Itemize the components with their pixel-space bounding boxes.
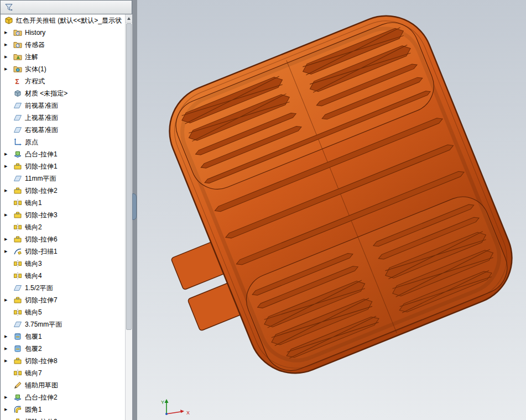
panel-splitter[interactable] <box>132 0 137 420</box>
tree-item[interactable]: ▶包覆2 <box>1 343 125 355</box>
tree-item-label: 切除-拉伸3 <box>25 211 58 220</box>
orientation-triad: Y X <box>157 396 197 420</box>
cut-extrude-icon <box>13 162 22 171</box>
tree-item[interactable]: 原点 <box>1 136 125 148</box>
annotations-icon: A <box>13 53 22 61</box>
tree-item[interactable]: ▶切除-拉伸9 <box>1 416 125 420</box>
expand-arrow-icon[interactable]: ▶ <box>4 185 11 197</box>
sensors-icon <box>13 40 22 49</box>
expand-arrow-icon[interactable]: ▶ <box>4 160 11 172</box>
tree-item[interactable]: ▶切除-拉伸7 <box>1 294 125 306</box>
triad-y-arrow-icon <box>165 399 169 403</box>
tree-item[interactable]: 镜向1 <box>1 197 125 209</box>
tree-item[interactable]: ▶切除-拉伸1 <box>1 160 125 172</box>
expand-arrow-icon[interactable]: ▶ <box>4 403 11 416</box>
tree-item-label: 切除-拉伸6 <box>25 235 58 244</box>
tree-item-label: 切除-拉伸1 <box>25 162 58 171</box>
tree-item[interactable]: 1.5/2平面 <box>1 282 125 294</box>
expand-arrow-icon[interactable]: ▶ <box>4 343 11 355</box>
cut-extrude-icon <box>13 211 22 219</box>
expand-arrow-icon[interactable]: ▶ <box>4 148 11 160</box>
tree-item[interactable]: ▶切除-拉伸2 <box>1 185 125 197</box>
tree-item-label: 方程式 <box>25 77 45 86</box>
tree-item-label: 镜向7 <box>25 369 42 378</box>
tree-item-label: 镜向5 <box>25 308 42 317</box>
tree-item[interactable]: 镜向5 <box>1 306 125 318</box>
expand-arrow-icon[interactable]: ▶ <box>4 39 11 51</box>
tree-item[interactable]: ▶切除-拉伸3 <box>1 209 125 221</box>
tree-item[interactable]: ▶凸台-拉伸2 <box>1 391 125 403</box>
tree-item[interactable]: ▶包覆1 <box>1 330 125 343</box>
expand-arrow-icon[interactable]: ▶ <box>4 51 11 63</box>
cut-extrude-icon <box>13 186 22 195</box>
expand-arrow-icon[interactable]: ▶ <box>4 294 11 306</box>
equations-icon: Σ <box>13 77 22 86</box>
tree-item-list: ▶History▶传感器▶A注解▶实体(1)Σ方程式材质 <未指定>前视基准面上… <box>1 27 125 420</box>
tree-root-item[interactable]: 红色开关推钮 (默认<<默认>_显示状 <box>1 14 125 27</box>
filter-funnel-icon[interactable] <box>4 3 13 12</box>
tree-item[interactable]: ▶传感器 <box>1 39 125 51</box>
tree-item[interactable]: ▶A注解 <box>1 51 125 63</box>
svg-text:Σ: Σ <box>15 78 19 86</box>
tree-item-label: 包覆2 <box>25 344 42 354</box>
expand-arrow-icon[interactable]: ▶ <box>4 209 11 221</box>
tree-item[interactable]: ▶History <box>1 27 125 39</box>
tree-item[interactable]: ▶实体(1) <box>1 63 125 75</box>
splitter-handle[interactable] <box>132 193 137 220</box>
tree-item[interactable]: 镜向4 <box>1 270 125 282</box>
tree-item[interactable]: 镜向2 <box>1 221 125 233</box>
tree-item-label: 圆角1 <box>25 405 42 414</box>
mirror-icon <box>13 369 22 377</box>
tree-item[interactable]: ▶凸台-拉伸1 <box>1 148 125 160</box>
tree-item-label: 实体(1) <box>25 65 46 74</box>
tree-root-label: 红色开关推钮 (默认<<默认>_显示状 <box>16 16 122 25</box>
plane-icon <box>13 284 22 292</box>
tree-item-label: 1.5/2平面 <box>25 284 53 293</box>
tree-item-label: 包覆1 <box>25 332 42 342</box>
triad-x-axis <box>166 412 181 414</box>
expand-arrow-icon[interactable]: ▶ <box>4 355 11 367</box>
mirror-icon <box>13 271 22 280</box>
tree-item-label: 切除-拉伸9 <box>25 417 58 420</box>
tree-item[interactable]: ▶圆角1 <box>1 403 125 416</box>
tree-item[interactable]: 镜向7 <box>1 367 125 379</box>
plane-icon <box>13 125 22 134</box>
tree-item[interactable]: 辅助用草图 <box>1 379 125 391</box>
expand-arrow-icon[interactable]: ▶ <box>4 27 11 39</box>
tree-item-label: 切除-拉伸7 <box>25 296 58 305</box>
tree-item-label: 辅助用草图 <box>25 381 58 390</box>
tree-item-label: 11mm平面 <box>25 174 56 183</box>
tree-item-label: 右视基准面 <box>25 125 58 135</box>
mirror-icon <box>13 223 22 232</box>
tree-item[interactable]: ▶切除-扫描1 <box>1 245 125 258</box>
tree-item-label: History <box>25 29 45 36</box>
expand-arrow-icon[interactable]: ▶ <box>4 330 11 343</box>
boss-extrude-icon <box>13 393 22 402</box>
tree-item[interactable]: 3.75mm平面 <box>1 318 125 330</box>
mirror-icon <box>13 259 22 268</box>
tree-item-label: 镜向2 <box>25 223 42 232</box>
origin-icon <box>13 138 22 146</box>
tree-item[interactable]: ▶切除-拉伸8 <box>1 355 125 367</box>
tree-item[interactable]: 上视基准面 <box>1 112 125 124</box>
tree-item[interactable]: 11mm平面 <box>1 172 125 185</box>
tree-item-label: 镜向3 <box>25 259 42 269</box>
expand-arrow-icon[interactable]: ▶ <box>4 416 11 420</box>
tree-item[interactable]: 镜向3 <box>1 258 125 270</box>
expand-arrow-icon[interactable]: ▶ <box>4 63 11 75</box>
tree-item[interactable]: 前视基准面 <box>1 99 125 112</box>
tree-item-label: 3.75mm平面 <box>25 320 62 329</box>
tree-item[interactable]: 右视基准面 <box>1 124 125 136</box>
tree-item[interactable]: 材质 <未指定> <box>1 87 125 99</box>
tree-scrollbar[interactable] <box>125 14 132 420</box>
part-model-red-switch-button[interactable] <box>137 0 526 420</box>
graphics-area[interactable]: Y X <box>137 0 526 420</box>
expand-arrow-icon[interactable]: ▶ <box>4 233 11 245</box>
feature-tree: 红色开关推钮 (默认<<默认>_显示状 ▶History▶传感器▶A注解▶实体(… <box>0 14 125 420</box>
expand-arrow-icon[interactable]: ▶ <box>4 245 11 258</box>
scrollbar-thumb[interactable] <box>126 23 132 330</box>
tree-item[interactable]: ▶切除-拉伸6 <box>1 233 125 245</box>
scroll-up-button[interactable] <box>126 14 132 23</box>
tree-item[interactable]: Σ方程式 <box>1 75 125 87</box>
expand-arrow-icon[interactable]: ▶ <box>4 391 11 403</box>
